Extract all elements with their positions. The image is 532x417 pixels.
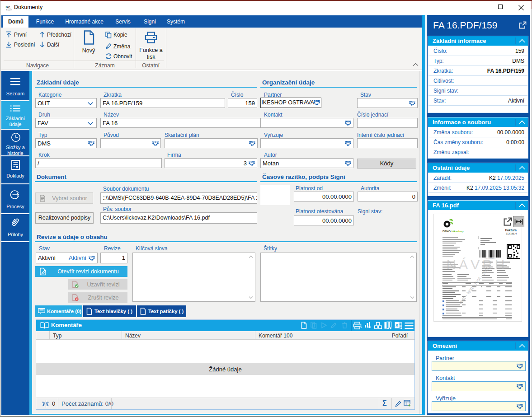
svg-text:Faktura: Faktura bbox=[505, 229, 517, 232]
svg-text:NÁVRH: NÁVRH bbox=[446, 257, 507, 272]
svg-text:X: X bbox=[395, 323, 398, 328]
svg-text:bikeshop: bikeshop bbox=[452, 230, 464, 233]
svg-text:K2: K2 bbox=[6, 5, 10, 9]
svg-text:212 180..4: 212 180..4 bbox=[506, 232, 517, 235]
svg-text:DEMO: DEMO bbox=[443, 230, 451, 233]
